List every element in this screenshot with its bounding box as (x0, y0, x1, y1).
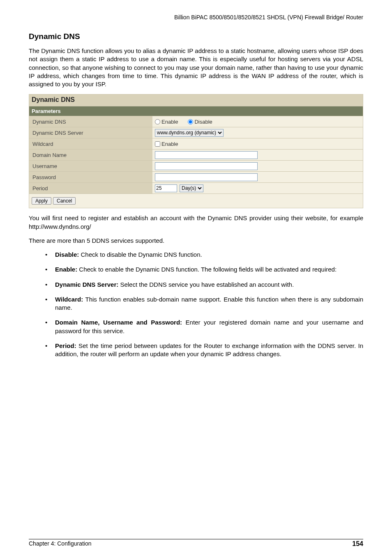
bullet-domain: Domain Name, Username and Password: Ente… (45, 318, 363, 335)
bullet-period: Period: Set the time period between upda… (45, 342, 363, 359)
bullet-enable: Enable: Check to enable the Dynamic DNS … (45, 265, 363, 274)
row-domain: Domain Name (29, 150, 363, 161)
wildcard-check-label[interactable]: Enable (155, 141, 178, 147)
panel-title: Dynamic DNS (29, 94, 363, 106)
domain-input[interactable] (155, 151, 258, 159)
password-input[interactable] (155, 173, 258, 181)
apply-button[interactable]: Apply (32, 197, 51, 205)
bullet-server: Dynamic DNS Server: Select the DDNS serv… (45, 281, 363, 289)
period-unit-select[interactable]: Day(s) (180, 184, 203, 192)
period-input[interactable] (155, 184, 177, 192)
label-domain: Domain Name (29, 150, 152, 160)
after-paragraph-2: There are more than 5 DDNS services supp… (29, 237, 363, 245)
radio-enable[interactable] (155, 119, 160, 124)
label-password: Password (29, 172, 152, 182)
panel-subtitle: Parameters (29, 106, 363, 116)
bullet-disable: Disable: Check to disable the Dynamic DN… (45, 251, 363, 259)
row-period: Period Day(s) (29, 183, 363, 194)
wildcard-check-text: Enable (161, 141, 178, 147)
label-dynamic-dns: Dynamic DNS (29, 116, 152, 127)
row-dynamic-dns: Dynamic DNS Enable Disable (29, 116, 363, 127)
panel-buttons: Apply Cancel (29, 194, 363, 208)
wildcard-checkbox[interactable] (155, 141, 160, 147)
radio-disable-label[interactable]: Disable (188, 119, 212, 125)
username-input[interactable] (155, 162, 258, 170)
section-title: Dynamic DNS (29, 32, 363, 41)
label-username: Username (29, 161, 152, 171)
radio-disable-text: Disable (194, 119, 212, 125)
radio-disable[interactable] (188, 119, 193, 124)
row-server: Dynamic DNS Server www.dyndns.org (dynam… (29, 127, 363, 138)
page-header: Billion BiPAC 8500/8501/8520/8521 SHDSL … (29, 14, 363, 21)
after-paragraph-1: You will first need to register and esta… (29, 214, 363, 231)
label-wildcard: Wildcard (29, 138, 152, 149)
radio-enable-text: Enable (161, 119, 178, 125)
row-username: Username (29, 161, 363, 172)
radio-enable-label[interactable]: Enable (155, 119, 178, 125)
row-wildcard: Wildcard Enable (29, 138, 363, 150)
cancel-button[interactable]: Cancel (53, 197, 76, 205)
label-period: Period (29, 183, 152, 193)
label-server: Dynamic DNS Server (29, 127, 152, 138)
intro-paragraph: The Dynamic DNS function allows you to a… (29, 47, 363, 88)
server-select[interactable]: www.dyndns.org (dynamic) (155, 129, 224, 137)
ddns-panel: Dynamic DNS Parameters Dynamic DNS Enabl… (29, 94, 363, 208)
row-password: Password (29, 172, 363, 183)
bullet-list: Disable: Check to disable the Dynamic DN… (29, 251, 363, 358)
bullet-wildcard: Wildcard: This function enables sub-doma… (45, 295, 363, 312)
